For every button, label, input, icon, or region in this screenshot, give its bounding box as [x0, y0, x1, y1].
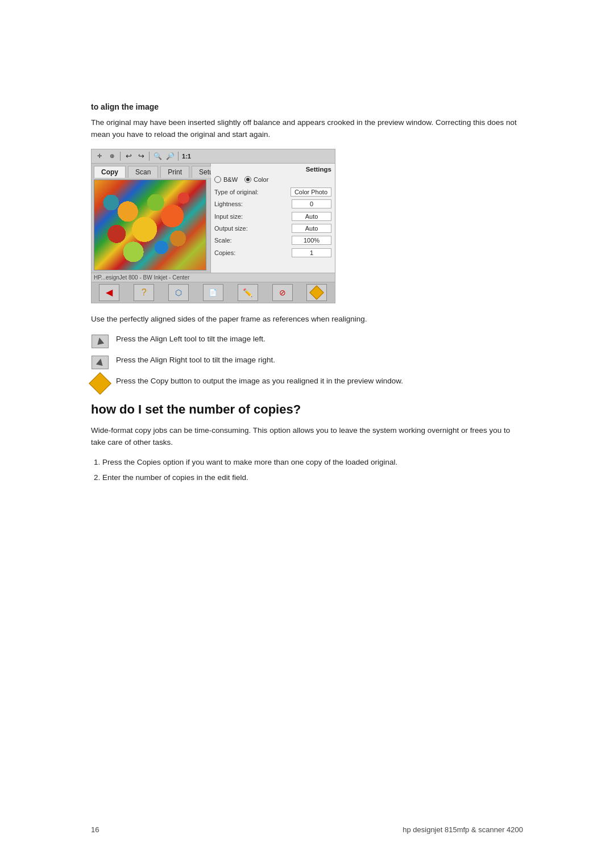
- copies-heading: how do I set the number of copies?: [91, 402, 523, 417]
- step-1-text: Press the Copies option if you want to m…: [102, 458, 397, 466]
- output-size-row: Output size: Auto: [214, 224, 331, 233]
- preview-area: Copy Scan Print Setup: [92, 164, 211, 273]
- align-intro: The original may have been inserted slig…: [91, 117, 523, 141]
- bottom-toolbar: ◀ ? ⬡ 📄 ✏️ ⊘: [92, 282, 335, 303]
- copies-row: Copies: 1: [214, 248, 331, 257]
- color-radio[interactable]: [244, 176, 251, 183]
- output-size-value[interactable]: Auto: [292, 224, 331, 233]
- tab-scan[interactable]: Scan: [128, 166, 158, 178]
- lightness-row: Lightness: 0: [214, 199, 331, 208]
- realign-text: Use the perfectly aligned sides of the p…: [91, 314, 523, 326]
- toolbar-separator-2: [149, 152, 150, 161]
- help-btn[interactable]: ?: [134, 284, 154, 301]
- redo-icon[interactable]: ↪: [135, 151, 147, 162]
- preview-image: [94, 180, 206, 270]
- toolbar-row: ✛ ⊕ ↩ ↪ 🔍 🔎 1:1: [92, 149, 335, 164]
- scale-row: Scale: 100%: [214, 236, 331, 245]
- scale-value[interactable]: 100%: [292, 236, 331, 245]
- preview-btn[interactable]: ⬡: [168, 284, 189, 301]
- bw-radio[interactable]: [214, 176, 221, 183]
- copies-steps-list: Press the Copies option if you want to m…: [102, 457, 523, 484]
- zoom-in-icon[interactable]: 🔎: [164, 151, 176, 162]
- align-heading: to align the image: [91, 102, 523, 111]
- copies-section: how do I set the number of copies? Wide-…: [91, 402, 523, 484]
- crosshair-icon[interactable]: ⊕: [106, 151, 118, 162]
- align-right-icon: [91, 355, 109, 370]
- list-item: Enter the number of copies in the edit f…: [102, 472, 523, 484]
- align-left-text: Press the Align Left tool to tilt the im…: [116, 333, 523, 345]
- lightness-label: Lightness:: [214, 201, 243, 207]
- zoom-out-icon[interactable]: 🔍: [152, 151, 163, 162]
- settings-panel: Settings B&W Color Type of original: Co: [211, 164, 335, 273]
- edit-btn[interactable]: ✏️: [238, 284, 258, 301]
- page-number: 16: [91, 825, 99, 834]
- tab-copy[interactable]: Copy: [94, 166, 126, 178]
- bw-color-row: B&W Color: [214, 176, 331, 183]
- input-size-row: Input size: Auto: [214, 212, 331, 221]
- scale-label: Scale:: [214, 237, 232, 244]
- align-section: to align the image The original may have…: [91, 102, 523, 391]
- list-item: Press the Copy button to output the imag…: [91, 375, 523, 391]
- output-size-label: Output size:: [214, 225, 248, 232]
- copy-btn[interactable]: [306, 284, 327, 301]
- icon-list: Press the Align Left tool to tilt the im…: [91, 333, 523, 391]
- scan-btn[interactable]: 📄: [203, 284, 223, 301]
- stop-btn[interactable]: ⊘: [272, 284, 293, 301]
- lightness-value[interactable]: 0: [292, 199, 331, 208]
- settings-title: Settings: [214, 166, 331, 173]
- copies-label: Copies:: [214, 249, 235, 256]
- step-2-text: Enter the number of copies in the edit f…: [102, 473, 248, 482]
- list-item: Press the Align Left tool to tilt the im…: [91, 333, 523, 349]
- copy-diamond-icon: [91, 376, 109, 391]
- type-label: Type of original:: [214, 189, 259, 195]
- zoom-actual-icon[interactable]: 1:1: [181, 151, 192, 162]
- type-row: Type of original: Color Photo: [214, 187, 331, 197]
- input-size-label: Input size:: [214, 213, 243, 220]
- list-item: Press the Align Right tool to tilt the i…: [91, 354, 523, 370]
- page-footer: 16 hp designjet 815mfp & scanner 4200: [91, 825, 523, 834]
- product-name: hp designjet 815mfp & scanner 4200: [403, 825, 523, 834]
- undo-icon[interactable]: ↩: [123, 151, 134, 162]
- type-value[interactable]: Color Photo: [291, 187, 331, 197]
- toolbar-separator-3: [178, 152, 179, 161]
- list-item: Press the Copies option if you want to m…: [102, 457, 523, 469]
- align-left-icon: [91, 334, 109, 349]
- align-right-text: Press the Align Right tool to tilt the i…: [116, 354, 523, 366]
- color-label: Color: [254, 176, 268, 183]
- copies-value[interactable]: 1: [292, 248, 331, 257]
- copy-btn-text: Press the Copy button to output the imag…: [116, 375, 523, 387]
- page: to align the image The original may have…: [0, 0, 614, 868]
- main-area: Copy Scan Print Setup Settings B&W: [92, 164, 335, 273]
- toolbar-separator-1: [120, 152, 121, 161]
- move-icon[interactable]: ✛: [94, 151, 105, 162]
- back-btn[interactable]: ◀: [99, 284, 119, 301]
- software-ui-mockup: ✛ ⊕ ↩ ↪ 🔍 🔎 1:1 Copy Scan Print: [91, 149, 335, 303]
- input-size-value[interactable]: Auto: [292, 212, 331, 221]
- copies-intro: Wide-format copy jobs can be time-consum…: [91, 425, 523, 449]
- tab-print[interactable]: Print: [160, 166, 189, 178]
- status-bar: HP...esignJet 800 - BW Inkjet - Center: [92, 273, 335, 282]
- bw-label: B&W: [223, 176, 238, 183]
